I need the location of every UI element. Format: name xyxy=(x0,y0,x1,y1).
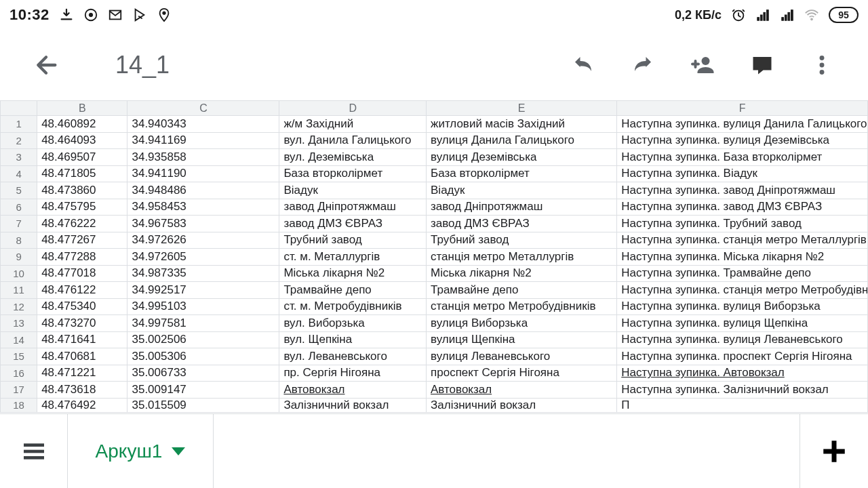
cell[interactable]: Віадук xyxy=(279,182,427,199)
cell[interactable]: 34.987335 xyxy=(127,265,279,282)
row-header[interactable]: 5 xyxy=(1,182,37,199)
redo-button[interactable] xyxy=(616,45,670,85)
cell[interactable]: 48.471641 xyxy=(37,331,127,348)
row-header[interactable]: 12 xyxy=(1,298,37,315)
col-header[interactable]: F xyxy=(617,101,868,116)
column-header-row[interactable]: B C D E F xyxy=(1,101,868,116)
cell[interactable]: Трубний завод xyxy=(279,232,427,249)
row-header[interactable]: 14 xyxy=(1,331,37,348)
sheet-tab-active[interactable]: Аркуш1 xyxy=(68,414,214,488)
table-row[interactable]: 448.47180534.941190База вторколірметБаза… xyxy=(1,165,868,182)
cell[interactable]: 48.471805 xyxy=(37,165,127,182)
cell[interactable]: 34.967583 xyxy=(127,216,279,232)
cell[interactable]: 34.958453 xyxy=(127,199,279,216)
cell[interactable]: 48.475795 xyxy=(37,199,127,216)
cell[interactable]: 35.009147 xyxy=(127,382,279,399)
col-header[interactable]: D xyxy=(279,101,427,116)
cell[interactable]: Наступна зупинка. Міська лікарня №2 xyxy=(617,249,868,266)
cell[interactable]: Наступна зупинка. Трубний завод xyxy=(617,216,868,232)
cell[interactable]: завод ДМЗ ЄВРАЗ xyxy=(427,216,617,232)
cell[interactable]: 48.469507 xyxy=(37,149,127,166)
cell[interactable]: станція метро Метробудівників xyxy=(427,298,617,315)
cell[interactable]: Трубний завод xyxy=(427,232,617,249)
cell[interactable]: 48.460892 xyxy=(37,116,127,133)
cell[interactable]: Наступна зупинка. вулиця Щепкіна xyxy=(617,315,868,332)
cell[interactable]: 48.477288 xyxy=(37,249,127,266)
cell[interactable]: ст. м. Метробудівників xyxy=(279,298,427,315)
cell[interactable]: 48.473618 xyxy=(37,382,127,399)
cell[interactable]: Наступна зупинка. вулиця Деземівська xyxy=(617,132,868,149)
table-row[interactable]: 148.46089234.940343ж/м Західнийжитловий … xyxy=(1,116,868,133)
back-button[interactable] xyxy=(19,45,73,85)
cell[interactable]: вул. Деземівська xyxy=(279,149,427,166)
cell[interactable]: База вторколірмет xyxy=(279,165,427,182)
cell[interactable]: Трамвайне депо xyxy=(427,282,617,299)
row-header[interactable]: 16 xyxy=(1,365,37,382)
cell[interactable]: 48.476122 xyxy=(37,282,127,299)
cell[interactable]: База вторколірмет xyxy=(427,165,617,182)
cell[interactable]: 35.005306 xyxy=(127,348,279,365)
cell[interactable]: вулиця Щепкіна xyxy=(427,331,617,348)
cell[interactable]: завод Дніпротяжмаш xyxy=(279,199,427,216)
cell[interactable]: Наступна зупинка. Трамвайне депо xyxy=(617,265,868,282)
cell[interactable]: 34.972605 xyxy=(127,249,279,266)
cell[interactable]: 34.941169 xyxy=(127,132,279,149)
table-row[interactable]: 1248.47534034.995103ст. м. Метробудівник… xyxy=(1,298,868,315)
row-header[interactable]: 10 xyxy=(1,265,37,282)
cell[interactable]: вулиця Данила Галицького xyxy=(427,132,617,149)
table-row[interactable]: 348.46950734.935858 вул. Деземівськавули… xyxy=(1,149,868,166)
cell[interactable]: Міська лікарня №2 xyxy=(427,265,617,282)
row-header[interactable]: 6 xyxy=(1,199,37,216)
cell[interactable]: 48.464093 xyxy=(37,132,127,149)
add-collaborator-button[interactable] xyxy=(675,45,730,85)
col-header[interactable]: E xyxy=(427,101,617,116)
row-header[interactable]: 17 xyxy=(1,382,37,399)
cell[interactable]: завод ДМЗ ЄВРАЗ xyxy=(279,216,427,232)
cell[interactable]: 35.015509 xyxy=(127,398,279,412)
cell[interactable]: 35.002506 xyxy=(127,331,279,348)
cell[interactable]: вул. Данила Галицького xyxy=(279,132,427,149)
cell[interactable]: Наступна зупинка. вулиця Данила Галицько… xyxy=(617,116,868,133)
cell[interactable]: вулиця Деземівська xyxy=(427,149,617,166)
cell[interactable]: 34.941190 xyxy=(127,165,279,182)
cell[interactable]: Наступна зупинка. Залізничний вокзал xyxy=(617,382,868,399)
row-header[interactable]: 18 xyxy=(1,398,37,412)
document-title[interactable]: 14_1 xyxy=(79,51,551,79)
table-row[interactable]: 648.47579534.958453завод Дніпротяжмашзав… xyxy=(1,199,868,216)
row-header[interactable]: 1 xyxy=(1,116,37,133)
cell[interactable]: Наступна зупинка. Автовокзал xyxy=(617,365,868,382)
cell[interactable]: 48.473860 xyxy=(37,182,127,199)
table-row[interactable]: 248.46409334.941169вул. Данила Галицьког… xyxy=(1,132,868,149)
cell[interactable]: 48.476222 xyxy=(37,216,127,232)
row-header[interactable]: 13 xyxy=(1,315,37,332)
cell[interactable]: станція метро Металлургів xyxy=(427,249,617,266)
cell[interactable]: вул. Щепкіна xyxy=(279,331,427,348)
table-row[interactable]: 848.47726734.972626Трубний заводТрубний … xyxy=(1,232,868,249)
cell[interactable]: Автовокзал xyxy=(427,382,617,399)
spreadsheet-grid[interactable]: B C D E F 148.46089234.940343ж/м Західни… xyxy=(0,100,868,413)
cell[interactable]: вул. Виборзька xyxy=(279,315,427,332)
table-row[interactable]: 548.47386034.948486ВіадукВіадукНаступна … xyxy=(1,182,868,199)
cell[interactable]: Наступна зупинка. проспект Сергія Нігоян… xyxy=(617,348,868,365)
cell[interactable]: 34.940343 xyxy=(127,116,279,133)
cell[interactable]: 48.473270 xyxy=(37,315,127,332)
row-header[interactable]: 4 xyxy=(1,165,37,182)
table-row[interactable]: 1548.47068135.005306вул. Леваневськогову… xyxy=(1,348,868,365)
cell[interactable]: Автовокзал xyxy=(279,382,427,399)
cell[interactable]: 48.476492 xyxy=(37,398,127,412)
cell[interactable]: пр. Сергія Нігояна xyxy=(279,365,427,382)
cell[interactable]: П xyxy=(617,398,868,412)
cell[interactable]: проспект Сергія Нігояна xyxy=(427,365,617,382)
cell[interactable]: 34.948486 xyxy=(127,182,279,199)
cell[interactable]: Залізничний вокзал xyxy=(279,398,427,412)
row-header[interactable]: 9 xyxy=(1,249,37,266)
table-row[interactable]: 1748.47361835.009147АвтовокзалАвтовокзал… xyxy=(1,382,868,399)
row-header[interactable]: 2 xyxy=(1,132,37,149)
row-header[interactable]: 7 xyxy=(1,216,37,232)
cell[interactable]: Трамвайне депо xyxy=(279,282,427,299)
cell[interactable]: 34.995103 xyxy=(127,298,279,315)
cell[interactable]: 48.471221 xyxy=(37,365,127,382)
cell[interactable]: Міська лікарня №2 xyxy=(279,265,427,282)
cell[interactable]: 34.992517 xyxy=(127,282,279,299)
cell[interactable]: Наступна зупинка. завод Дніпротяжмаш xyxy=(617,182,868,199)
